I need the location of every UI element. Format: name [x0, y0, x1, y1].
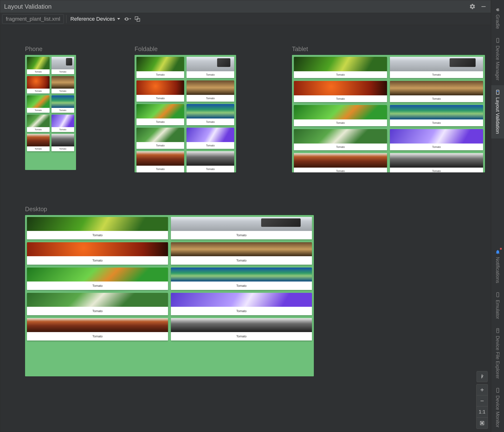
plant-image [52, 134, 74, 147]
plant-name: Tomato [27, 108, 50, 113]
plant-card[interactable]: Tomato [390, 153, 483, 172]
zoom-reset-button[interactable]: 1:1 [477, 406, 488, 418]
svg-rect-12 [497, 330, 498, 330]
plant-name: Tomato [52, 127, 74, 132]
plant-card[interactable]: Tomato [390, 105, 483, 126]
plant-card[interactable]: Tomato [171, 217, 312, 239]
svg-rect-3 [481, 401, 484, 401]
zoom-fit-button[interactable] [477, 418, 488, 429]
rail-item-notifications[interactable]: Notifications [491, 245, 504, 288]
plant-card[interactable]: Tomato [187, 151, 234, 172]
plant-card[interactable]: Tomato [294, 105, 387, 126]
divider [66, 15, 66, 23]
plant-image [136, 104, 184, 119]
plant-name: Tomato [27, 307, 168, 315]
plant-card[interactable]: Tomato [294, 81, 387, 102]
plant-name: Tomato [136, 166, 184, 172]
plant-card[interactable]: Tomato [136, 128, 184, 149]
plant-card[interactable]: Tomato [27, 57, 50, 74]
device-frame-desktop[interactable]: TomatoTomatoTomatoTomatoTomatoTomatoToma… [25, 215, 314, 376]
plant-card[interactable]: Tomato [171, 267, 312, 290]
gradle-icon [495, 7, 500, 12]
rail-item-layout-validation[interactable]: Layout Validation [491, 85, 504, 138]
plant-image [27, 115, 50, 127]
plant-card[interactable]: Tomato [52, 134, 74, 151]
plant-card[interactable]: Tomato [390, 57, 483, 78]
svg-rect-13 [496, 388, 499, 392]
plant-card[interactable]: Tomato [52, 115, 74, 132]
plant-card[interactable]: Tomato [52, 95, 74, 113]
plant-card[interactable]: Tomato [187, 80, 234, 102]
svg-rect-10 [496, 292, 499, 297]
plant-card[interactable]: Tomato [27, 115, 50, 132]
preview-canvas[interactable]: Phone TomatoTomatoTomatoTomatoTomatoToma… [0, 25, 491, 432]
device-frame-tablet[interactable]: TomatoTomatoTomatoTomatoTomatoTomatoToma… [292, 55, 485, 172]
plant-card[interactable]: Tomato [27, 318, 168, 340]
plant-image [187, 80, 234, 95]
pan-button[interactable] [477, 371, 488, 382]
plant-card[interactable]: Tomato [27, 293, 168, 315]
plant-name: Tomato [187, 95, 234, 102]
plant-card[interactable]: Tomato [390, 129, 483, 150]
rail-item-device-manager[interactable]: Device Manager [491, 34, 504, 85]
plant-card[interactable]: Tomato [136, 151, 184, 172]
plant-card[interactable]: Tomato [136, 57, 184, 78]
plant-name: Tomato [136, 71, 184, 78]
plant-card[interactable]: Tomato [27, 76, 50, 93]
plant-image [27, 293, 168, 307]
zoom-in-button[interactable] [477, 384, 488, 395]
plant-card[interactable]: Tomato [171, 293, 312, 315]
reference-devices-dropdown[interactable]: Reference Devices [69, 15, 122, 23]
plant-card[interactable]: Tomato [294, 57, 387, 78]
rail-label: Layout Validation [495, 97, 500, 134]
zoom-out-button[interactable] [477, 395, 488, 406]
device-frame-phone[interactable]: TomatoTomatoTomatoTomatoTomatoTomatoToma… [25, 55, 76, 170]
plant-name: Tomato [171, 332, 312, 340]
file-chip[interactable]: fragment_plant_list.xml [2, 14, 64, 24]
plant-name: Tomato [27, 231, 168, 239]
plant-image [171, 217, 312, 231]
plant-card[interactable]: Tomato [136, 104, 184, 125]
plant-image [27, 134, 50, 147]
plant-image [27, 242, 168, 256]
plant-card[interactable]: Tomato [187, 104, 234, 125]
plant-card[interactable]: Tomato [294, 129, 387, 150]
overlay-devices-icon[interactable] [134, 16, 141, 22]
device-manager-icon [495, 38, 500, 43]
plant-image [52, 76, 74, 89]
plant-name: Tomato [136, 142, 184, 149]
plant-card[interactable]: Tomato [171, 318, 312, 340]
visibility-icon[interactable] [124, 16, 132, 22]
plant-card[interactable]: Tomato [27, 134, 50, 151]
plant-card[interactable]: Tomato [171, 242, 312, 265]
plant-card[interactable]: Tomato [136, 80, 184, 102]
emulator-icon [495, 292, 500, 297]
gear-icon[interactable] [469, 3, 476, 10]
plant-image [27, 267, 168, 282]
panel-title: Layout Validation [4, 3, 52, 10]
plant-card[interactable]: Tomato [27, 242, 168, 265]
plant-image [52, 95, 74, 108]
plant-name: Tomato [27, 256, 168, 265]
plant-name: Tomato [171, 307, 312, 315]
plant-image [294, 81, 387, 95]
plant-name: Tomato [171, 256, 312, 265]
plant-card[interactable]: Tomato [52, 76, 74, 93]
rail-item-device-file-explorer[interactable]: Device File Explorer [491, 324, 504, 383]
plant-image [171, 242, 312, 256]
plant-card[interactable]: Tomato [52, 57, 74, 74]
plant-card[interactable]: Tomato [187, 128, 234, 149]
rail-item-emulator[interactable]: Emulator [491, 288, 504, 324]
rail-item-gradle[interactable]: Gradle [491, 2, 504, 34]
plant-card[interactable]: Tomato [390, 81, 483, 102]
plant-card[interactable]: Tomato [187, 57, 234, 78]
plant-card[interactable]: Tomato [27, 267, 168, 290]
device-frame-foldable[interactable]: TomatoTomatoTomatoTomatoTomatoTomatoToma… [135, 55, 236, 172]
minimize-icon[interactable] [480, 3, 487, 10]
device-group-foldable: Foldable TomatoTomatoTomatoTomatoTomatoT… [135, 46, 236, 172]
plant-card[interactable]: Tomato [27, 217, 168, 239]
plant-name: Tomato [294, 168, 387, 172]
plant-card[interactable]: Tomato [27, 95, 50, 113]
plant-card[interactable]: Tomato [294, 153, 387, 172]
rail-item-device-monitor[interactable]: Device Monitor [491, 383, 504, 432]
